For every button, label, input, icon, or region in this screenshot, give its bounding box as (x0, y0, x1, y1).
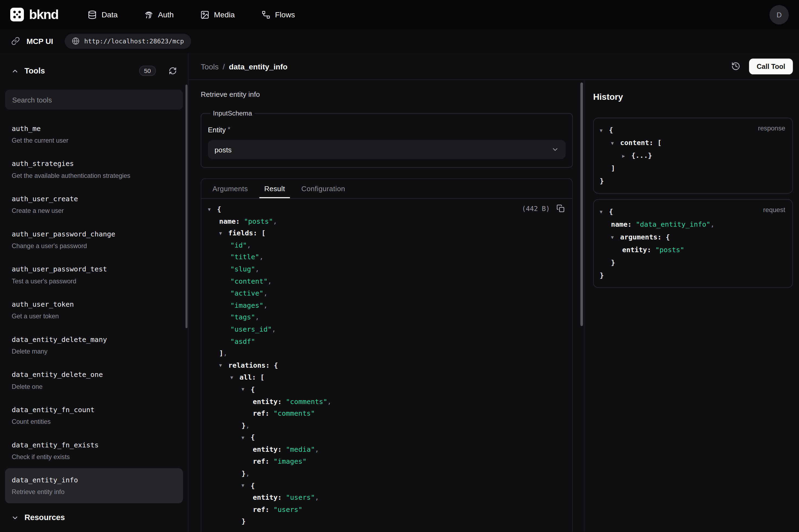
tool-desc: Change a user's password (12, 242, 176, 251)
caret-down-icon[interactable]: ▼ (600, 124, 609, 137)
json-token: name: (611, 220, 636, 228)
tab-result[interactable]: Result (259, 179, 290, 198)
json-token: , (315, 445, 319, 453)
json-line: "id", (208, 240, 566, 251)
caret-down-icon[interactable]: ▼ (242, 384, 251, 396)
tool-desc: Delete one (12, 382, 176, 391)
sidebar-scrollbar[interactable] (186, 84, 188, 328)
json-line: "content", (208, 276, 566, 287)
tool-body: Retrieve entity info InputSchema Entity*… (189, 80, 799, 532)
json-token: "asdf" (230, 337, 255, 345)
sidebar: Tools 50 auth_meGet the current userauth… (0, 53, 189, 532)
json-line: ref: "comments" (208, 407, 566, 419)
result-tabs: ArgumentsResultConfiguration (201, 179, 572, 198)
nav-item-auth[interactable]: Auth (144, 10, 174, 19)
tool-desc: Get a user token (12, 312, 176, 321)
history-entry-type: response (758, 124, 785, 132)
call-tool-button[interactable]: Call Tool (749, 58, 793, 74)
caret-down-icon[interactable]: ▼ (219, 360, 228, 372)
caret-down-icon[interactable]: ▼ (611, 137, 620, 149)
nav-item-media[interactable]: Media (200, 10, 234, 19)
json-token: "users_id" (230, 325, 272, 333)
mcp-url-pill[interactable]: http://localhost:28623/mcp (65, 33, 191, 49)
json-line: ▼relations: { (208, 360, 566, 372)
json-token: [ (260, 373, 264, 381)
nav-item-data[interactable]: Data (88, 10, 118, 19)
json-token: all: (240, 373, 260, 381)
breadcrumb-current: data_entity_info (229, 62, 287, 71)
nav-item-label: Flows (275, 10, 295, 19)
tool-list-item[interactable]: auth_user_password_changeChange a user's… (5, 222, 183, 257)
tool-desc: Check if entity exists (12, 452, 176, 461)
json-token: , (710, 220, 715, 228)
tool-name: auth_user_token (12, 299, 176, 309)
copy-button[interactable] (556, 204, 565, 212)
json-token: } (242, 469, 246, 477)
json-token: , (255, 313, 259, 321)
caret-down-icon[interactable]: ▼ (611, 231, 620, 244)
refresh-button[interactable] (169, 67, 177, 75)
user-avatar[interactable]: D (769, 5, 789, 24)
caret-down-icon[interactable]: ▼ (600, 206, 609, 218)
json-line: ▼fields: [ (208, 227, 566, 239)
tool-list-item[interactable]: data_entity_fn_existsCheck if entity exi… (5, 433, 183, 468)
history-entry-type: request (763, 206, 785, 213)
caret-down-icon[interactable]: ▼ (242, 480, 251, 492)
result-panel: ArgumentsResultConfiguration (442 B) ▼{n… (201, 178, 573, 532)
required-asterisk: * (228, 125, 230, 133)
caret-down-icon[interactable]: ▼ (219, 228, 228, 240)
history-entry[interactable]: response▼{▼content: [▶{...}]} (593, 118, 793, 194)
json-token: ] (611, 164, 615, 172)
tool-desc: Test a user's password (12, 277, 176, 286)
tool-name: data_entity_fn_exists (12, 439, 176, 450)
json-token: {...} (631, 151, 652, 159)
breadcrumb-tools[interactable]: Tools (201, 62, 218, 71)
link-icon (11, 37, 20, 45)
tool-list-item[interactable]: auth_strategiesGet the available authent… (5, 152, 183, 187)
history-button[interactable] (731, 61, 740, 71)
json-line: name: "data_entity_info", (600, 218, 786, 231)
json-token: "images" (230, 301, 263, 309)
json-token: name: (219, 217, 244, 225)
caret-down-icon[interactable]: ▼ (242, 432, 251, 444)
nav-item-label: Media (214, 10, 235, 19)
json-token: } (600, 271, 604, 279)
json-line: ▼content: [ (600, 137, 786, 149)
history-entry[interactable]: request▼{name: "data_entity_info",▼argum… (593, 199, 793, 288)
resources-section-header[interactable]: Resources (0, 503, 188, 532)
caret-down-icon[interactable]: ▼ (208, 204, 217, 215)
search-input[interactable] (5, 90, 183, 110)
tab-configuration[interactable]: Configuration (296, 179, 350, 198)
nav-item-label: Auth (158, 10, 174, 19)
json-token: "active" (230, 289, 263, 297)
json-token: , (315, 493, 319, 501)
tool-list-item[interactable]: auth_user_password_testTest a user's pas… (5, 257, 183, 292)
json-token: "users" (286, 493, 315, 501)
workflow-icon (261, 10, 270, 19)
json-line: ref: "users" (208, 504, 566, 516)
tool-list-item[interactable]: data_entity_fn_countCount entities (5, 398, 183, 433)
logo[interactable]: bknd (10, 6, 58, 22)
json-line: "users_id", (208, 323, 566, 336)
tools-section-header[interactable]: Tools 50 (0, 53, 188, 77)
tool-list-item[interactable]: auth_user_tokenGet a user token (5, 292, 183, 327)
tool-desc: Retrieve entity info (12, 488, 176, 497)
entity-field-label: Entity* (208, 125, 566, 134)
caret-right-icon[interactable]: ▶ (622, 149, 631, 162)
main-scrollbar[interactable] (581, 82, 583, 326)
json-token: { (609, 126, 613, 134)
json-token: , (263, 289, 267, 297)
json-token: [ (262, 229, 266, 237)
tab-arguments[interactable]: Arguments (208, 179, 253, 198)
tool-list-item[interactable]: data_entity_delete_manyDelete many (5, 327, 183, 363)
json-token: fields: (228, 229, 262, 237)
tool-list-item[interactable]: data_entity_infoRetrieve entity info (5, 468, 183, 504)
tool-list-item[interactable]: data_entity_delete_oneDelete one (5, 363, 183, 398)
tool-list-item[interactable]: auth_user_createCreate a new user (5, 187, 183, 222)
nav-item-flows[interactable]: Flows (261, 10, 295, 19)
entity-select[interactable]: posts (208, 140, 566, 159)
tool-list-item[interactable]: auth_meGet the current user (5, 117, 183, 152)
json-line: "title", (208, 251, 566, 263)
json-token: { (609, 207, 613, 215)
caret-down-icon[interactable]: ▼ (230, 372, 240, 384)
